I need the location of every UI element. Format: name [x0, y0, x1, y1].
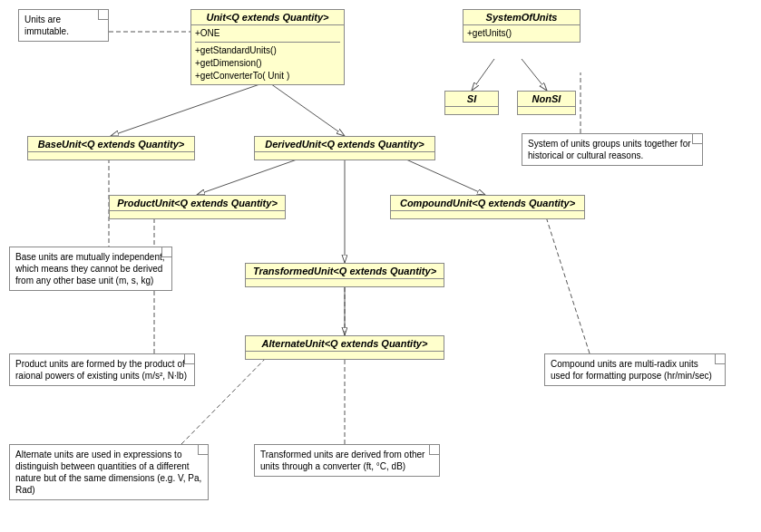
- note-base-unit: Base units are mutually independent, whi…: [9, 247, 172, 291]
- uml-diagram: Unit<Q extends Quantity> +ONE +getStanda…: [0, 0, 761, 532]
- si-class: SI: [444, 91, 499, 115]
- unit-method-2: +getDimension(): [195, 57, 340, 70]
- product-unit-class-name: ProductUnit<Q extends Quantity>: [110, 196, 285, 211]
- svg-line-3: [472, 59, 494, 91]
- base-unit-class: BaseUnit<Q extends Quantity>: [27, 136, 195, 160]
- note-system-of-units-text: System of units groups units together fo…: [528, 139, 691, 160]
- compound-unit-class: CompoundUnit<Q extends Quantity>: [390, 195, 585, 219]
- svg-line-2: [268, 82, 345, 136]
- system-of-units-method-1: +getUnits(): [467, 27, 576, 40]
- note-system-of-units: System of units groups units together fo…: [522, 133, 703, 166]
- transformed-unit-class-body: [246, 279, 444, 286]
- unit-class-name: Unit<Q extends Quantity>: [191, 10, 344, 25]
- transformed-unit-class: TransformedUnit<Q extends Quantity>: [245, 263, 444, 287]
- derived-unit-class-body: [255, 152, 434, 160]
- note-compound-unit: Compound units are multi-radix units use…: [544, 353, 726, 386]
- nonsi-class-name: NonSI: [518, 92, 575, 107]
- alternate-unit-class-name: AlternateUnit<Q extends Quantity>: [246, 336, 444, 352]
- system-of-units-class-name: SystemOfUnits: [463, 10, 580, 25]
- unit-methods: +getStandardUnits() +getDimension() +get…: [195, 42, 340, 82]
- product-unit-class: ProductUnit<Q extends Quantity>: [109, 195, 286, 219]
- unit-class: Unit<Q extends Quantity> +ONE +getStanda…: [190, 9, 345, 85]
- note-alternate-unit: Alternate units are used in expressions …: [9, 444, 209, 500]
- note-base-unit-text: Base units are mutually independent, whi…: [15, 252, 165, 285]
- si-class-name: SI: [445, 92, 498, 107]
- note-units-immutable: Units are immutable.: [18, 9, 109, 42]
- nonsi-class-body: [518, 107, 575, 114]
- compound-unit-class-body: [391, 211, 584, 218]
- derived-unit-class: DerivedUnit<Q extends Quantity>: [254, 136, 435, 160]
- svg-line-4: [522, 59, 547, 91]
- si-class-body: [445, 107, 498, 114]
- transformed-unit-class-name: TransformedUnit<Q extends Quantity>: [246, 264, 444, 279]
- svg-line-1: [111, 82, 268, 136]
- note-transformed-unit-text: Transformed units are derived from other…: [260, 450, 424, 471]
- note-product-unit-text: Product units are formed by the product …: [15, 359, 187, 381]
- unit-attr-one: +ONE: [195, 27, 340, 40]
- unit-class-body: +ONE +getStandardUnits() +getDimension()…: [191, 25, 344, 84]
- system-of-units-class-body: +getUnits(): [463, 25, 580, 42]
- alternate-unit-class: AlternateUnit<Q extends Quantity>: [245, 335, 444, 360]
- unit-method-3: +getConverterTo( Unit ): [195, 70, 340, 82]
- svg-line-13: [181, 352, 272, 444]
- note-alternate-unit-text: Alternate units are used in expressions …: [15, 450, 201, 495]
- note-product-unit: Product units are formed by the product …: [9, 353, 195, 386]
- alternate-unit-class-body: [246, 352, 444, 359]
- product-unit-class-body: [110, 211, 285, 218]
- note-units-immutable-text: Units are immutable.: [24, 15, 69, 36]
- base-unit-class-name: BaseUnit<Q extends Quantity>: [28, 137, 194, 152]
- nonsi-class: NonSI: [517, 91, 576, 115]
- svg-line-15: [544, 211, 590, 353]
- compound-unit-class-name: CompoundUnit<Q extends Quantity>: [391, 196, 584, 211]
- base-unit-class-body: [28, 152, 194, 160]
- note-compound-unit-text: Compound units are multi-radix units use…: [551, 359, 712, 381]
- unit-method-1: +getStandardUnits(): [195, 44, 340, 57]
- note-transformed-unit: Transformed units are derived from other…: [254, 444, 440, 477]
- derived-unit-class-name: DerivedUnit<Q extends Quantity>: [255, 137, 434, 152]
- system-of-units-class: SystemOfUnits +getUnits(): [463, 9, 581, 43]
